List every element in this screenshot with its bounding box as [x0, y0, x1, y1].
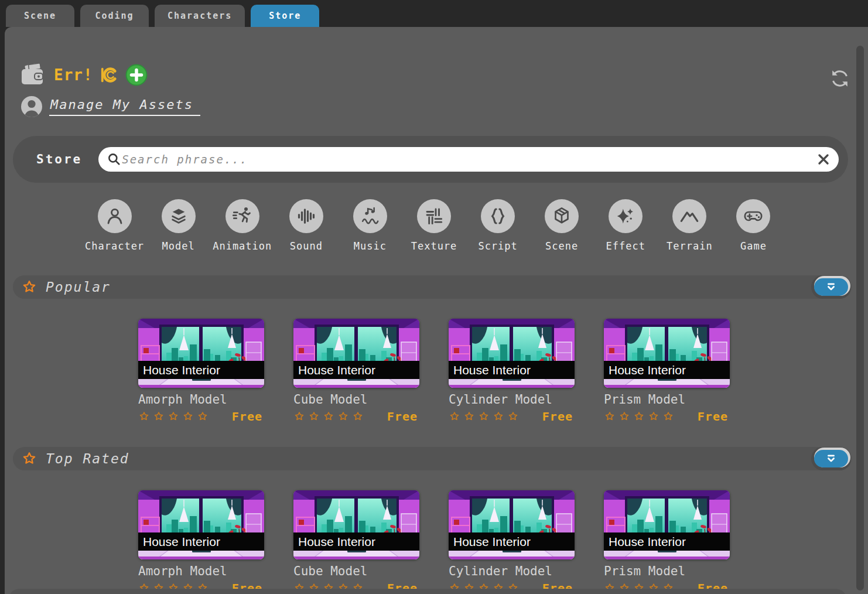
- rating-row: Free: [449, 409, 575, 424]
- category-label: Music: [354, 240, 387, 252]
- asset-name: Prism Model: [604, 392, 730, 407]
- category-item-sound[interactable]: Sound: [274, 199, 338, 252]
- section-title: Popular: [46, 279, 111, 295]
- category-item-effect[interactable]: Effect: [594, 199, 658, 252]
- section-header-partial-wrap: [8, 589, 847, 594]
- collapse-button[interactable]: [814, 278, 848, 296]
- game-icon: [736, 199, 770, 233]
- magnifier-icon: [107, 152, 122, 167]
- category-item-model[interactable]: Model: [146, 199, 210, 252]
- asset-thumbnail[interactable]: House Interior: [449, 490, 575, 559]
- asset-thumbnail[interactable]: House Interior: [138, 319, 264, 388]
- category-item-music[interactable]: Music: [338, 199, 402, 252]
- asset-name: Cube Model: [293, 392, 419, 407]
- wallet-row: Err!: [20, 63, 148, 87]
- category-item-character[interactable]: Character: [83, 199, 146, 252]
- tab-bar: Scene Coding Characters Store: [6, 5, 319, 27]
- section-header: Top Rated: [13, 447, 852, 470]
- category-label: Effect: [606, 240, 645, 252]
- asset-card[interactable]: House Interior Prism Model Free: [604, 319, 730, 424]
- category-item-texture[interactable]: Texture: [402, 199, 466, 252]
- asset-card[interactable]: House Interior Cylinder Model Free: [449, 490, 575, 594]
- script-icon: [481, 199, 515, 233]
- price-label: Free: [542, 409, 573, 424]
- thumbnail-title-banner: House Interior: [138, 361, 264, 379]
- asset-name: Prism Model: [604, 564, 730, 578]
- sound-icon: [289, 199, 323, 233]
- chevron-down-icon: [825, 281, 838, 293]
- add-funds-button[interactable]: [125, 63, 148, 87]
- search-field[interactable]: [98, 147, 839, 172]
- price-label: Free: [698, 409, 728, 424]
- category-item-game[interactable]: Game: [722, 199, 785, 252]
- asset-card[interactable]: House Interior Cube Model Free: [293, 319, 419, 424]
- section-header-partial[interactable]: [8, 589, 847, 594]
- asset-section: Top Rated: [13, 447, 852, 594]
- asset-name: Cube Model: [293, 564, 419, 578]
- tab-coding[interactable]: Coding: [80, 5, 149, 27]
- asset-card[interactable]: House Interior Cube Model Free: [293, 490, 419, 594]
- star-icon: [21, 279, 37, 295]
- category-label: Script: [478, 240, 517, 252]
- asset-card[interactable]: House Interior Prism Model Free: [604, 490, 730, 594]
- category-label: Scene: [545, 240, 578, 252]
- asset-card[interactable]: House Interior Amorph Model Free: [138, 490, 264, 594]
- tab-scene[interactable]: Scene: [6, 5, 74, 27]
- store-panel: Err!: [5, 27, 868, 594]
- category-label: Model: [162, 240, 195, 252]
- category-label: Character: [85, 240, 144, 252]
- asset-section: Popular: [13, 275, 852, 424]
- asset-thumbnail[interactable]: House Interior: [449, 319, 575, 388]
- category-item-terrain[interactable]: Terrain: [658, 199, 722, 252]
- terrain-icon: [672, 199, 706, 233]
- category-item-animation[interactable]: Animation: [210, 199, 274, 252]
- tab-label: Characters: [168, 11, 232, 21]
- avatar-icon[interactable]: [20, 95, 43, 118]
- rating-row: Free: [604, 409, 730, 424]
- chevron-down-icon: [825, 452, 838, 465]
- refresh-icon[interactable]: [828, 67, 852, 90]
- asset-card[interactable]: House Interior Cylinder Model Free: [449, 319, 575, 424]
- card-row: House Interior Amorph Model Free: [138, 319, 852, 424]
- category-label: Animation: [213, 240, 272, 252]
- asset-name: Cylinder Model: [449, 392, 575, 407]
- category-label: Game: [740, 240, 767, 252]
- asset-thumbnail[interactable]: House Interior: [604, 490, 730, 559]
- rating-stars: [293, 411, 364, 422]
- tab-label: Store: [269, 11, 301, 21]
- category-bar: Character Model Animation Sound Music Te…: [83, 199, 785, 252]
- thumbnail-title-banner: House Interior: [449, 361, 575, 379]
- music-icon: [353, 199, 387, 233]
- category-item-script[interactable]: Script: [466, 199, 530, 252]
- tab-characters[interactable]: Characters: [155, 5, 245, 27]
- card-row: House Interior Amorph Model Free: [138, 490, 852, 594]
- character-icon: [98, 199, 132, 233]
- rating-row: Free: [138, 409, 264, 424]
- effect-icon: [609, 199, 643, 233]
- wallet-balance: Err!: [54, 66, 93, 84]
- search-input[interactable]: [122, 153, 816, 166]
- asset-thumbnail[interactable]: House Interior: [138, 490, 264, 559]
- store-search-label: Store: [36, 152, 82, 166]
- collapse-button[interactable]: [814, 450, 848, 467]
- section-title: Top Rated: [46, 451, 129, 466]
- close-icon[interactable]: [816, 152, 831, 166]
- scene-icon: [545, 199, 579, 233]
- asset-thumbnail[interactable]: House Interior: [293, 319, 419, 388]
- animation-icon: [225, 199, 259, 233]
- asset-name: Cylinder Model: [449, 564, 575, 578]
- tab-label: Coding: [95, 11, 134, 21]
- vertical-scrollbar[interactable]: [856, 46, 864, 590]
- wallet-icon: [20, 63, 47, 87]
- asset-thumbnail[interactable]: House Interior: [293, 490, 419, 559]
- manage-assets-link[interactable]: Manage My Assets: [49, 97, 200, 116]
- asset-card[interactable]: House Interior Amorph Model Free: [138, 319, 264, 424]
- tab-store[interactable]: Store: [251, 5, 319, 27]
- asset-thumbnail[interactable]: House Interior: [604, 319, 730, 388]
- thumbnail-title-banner: House Interior: [449, 532, 575, 551]
- category-item-scene[interactable]: Scene: [530, 199, 594, 252]
- thumbnail-title-banner: House Interior: [293, 361, 419, 379]
- rating-stars: [138, 411, 209, 422]
- thumbnail-title-banner: House Interior: [604, 532, 730, 551]
- asset-name: Amorph Model: [138, 564, 264, 578]
